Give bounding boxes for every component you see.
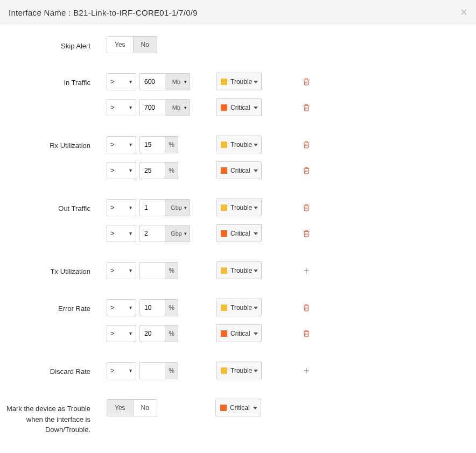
err-severity-2[interactable]: Critical (216, 324, 262, 342)
err-severity-1[interactable]: Trouble (216, 299, 262, 316)
out-value-1[interactable] (139, 199, 165, 216)
trouble-color-icon (221, 367, 227, 374)
rx-unit-2: % (165, 162, 178, 179)
disc-op-1[interactable]: > (107, 362, 136, 379)
label-skip-alert: Skip Alert (0, 36, 107, 52)
mark-down-no[interactable]: No (133, 400, 157, 416)
trouble-color-icon (221, 141, 227, 148)
mark-down-severity[interactable]: Critical (215, 399, 261, 416)
err-value-2[interactable] (139, 325, 165, 342)
out-severity-2[interactable]: Critical (216, 224, 262, 242)
critical-color-icon (221, 104, 227, 111)
rx-value-2[interactable] (139, 162, 165, 179)
severity-label: Critical (230, 167, 250, 174)
tx-op-1[interactable]: > (107, 262, 136, 279)
plus-icon[interactable] (302, 266, 311, 275)
in-traffic-severity-2[interactable]: Critical (216, 98, 262, 116)
tx-value-1[interactable] (139, 262, 165, 279)
label-rx-util: Rx Utilization (0, 136, 107, 151)
disc-unit-1: % (165, 362, 178, 379)
trash-icon[interactable] (302, 303, 311, 312)
trash-icon[interactable] (302, 103, 311, 112)
skip-alert-toggle[interactable]: Yes No (107, 36, 157, 53)
out-op-2[interactable]: > (107, 225, 136, 242)
rx-op-2[interactable]: > (107, 162, 136, 179)
rx-value-1[interactable] (139, 136, 165, 153)
label-out-traffic: Out Traffic (0, 199, 107, 214)
rx-op-1[interactable]: > (107, 136, 136, 153)
severity-label: Trouble (230, 204, 252, 211)
mark-down-yes[interactable]: Yes (107, 400, 133, 416)
critical-color-icon (221, 330, 227, 337)
critical-color-icon (221, 230, 227, 237)
err-unit-1: % (165, 299, 178, 316)
in-traffic-unit-2[interactable]: Mb (165, 99, 190, 116)
plus-icon[interactable] (302, 366, 311, 375)
label-in-traffic: In Traffic (0, 73, 107, 88)
trash-icon[interactable] (302, 203, 311, 212)
trash-icon[interactable] (302, 229, 311, 238)
label-tx-util: Tx Utilization (0, 261, 107, 277)
tx-severity-1[interactable]: Trouble (216, 261, 262, 279)
page-title: Interface Name : B21-Link-to-IRF-CORE01-… (9, 8, 198, 17)
err-op-1[interactable]: > (107, 299, 136, 316)
disc-severity-1[interactable]: Trouble (216, 362, 262, 379)
trash-icon[interactable] (302, 329, 311, 338)
skip-alert-yes[interactable]: Yes (107, 37, 133, 53)
severity-label: Critical (230, 330, 250, 337)
close-icon[interactable]: × (460, 6, 467, 18)
rx-severity-1[interactable]: Trouble (216, 136, 262, 153)
label-error-rate: Error Rate (0, 299, 107, 314)
critical-color-icon (221, 167, 227, 174)
trouble-color-icon (221, 267, 227, 274)
severity-label: Trouble (230, 141, 252, 148)
in-traffic-severity-1[interactable]: Trouble (216, 73, 262, 90)
out-unit-2[interactable]: Gbp (165, 225, 190, 242)
disc-value-1[interactable] (139, 362, 165, 379)
in-traffic-value-1[interactable] (139, 73, 165, 90)
severity-label: Critical (230, 104, 250, 111)
trouble-color-icon (221, 79, 227, 85)
out-severity-1[interactable]: Trouble (216, 199, 262, 216)
err-op-2[interactable]: > (107, 325, 136, 342)
in-traffic-unit-1[interactable]: Mb (165, 73, 190, 90)
tx-unit-1: % (165, 262, 178, 279)
out-op-1[interactable]: > (107, 199, 136, 216)
critical-color-icon (220, 405, 227, 411)
trouble-color-icon (221, 204, 227, 211)
severity-label: Trouble (230, 78, 252, 86)
trash-icon[interactable] (302, 77, 311, 86)
out-value-2[interactable] (139, 225, 165, 242)
rx-severity-2[interactable]: Critical (216, 161, 262, 179)
severity-label: Trouble (230, 304, 252, 312)
severity-label: Trouble (230, 367, 252, 374)
in-traffic-value-2[interactable] (139, 99, 165, 116)
severity-label: Trouble (230, 267, 252, 274)
rx-unit-1: % (165, 136, 178, 153)
out-unit-1[interactable]: Gbp (165, 199, 190, 216)
severity-label: Critical (230, 230, 250, 237)
err-unit-2: % (165, 325, 178, 342)
in-traffic-op-2[interactable]: > (107, 99, 136, 116)
trash-icon[interactable] (302, 166, 311, 175)
label-mark-down: Mark the device as Trouble when the inte… (0, 399, 107, 435)
severity-label: Critical (230, 404, 250, 412)
trouble-color-icon (221, 305, 227, 311)
skip-alert-no[interactable]: No (133, 37, 157, 53)
err-value-1[interactable] (139, 299, 165, 316)
label-discard-rate: Discard Rate (0, 362, 107, 377)
mark-down-toggle[interactable]: Yes No (107, 399, 157, 416)
trash-icon[interactable] (302, 140, 311, 149)
in-traffic-op-1[interactable]: > (107, 73, 136, 90)
